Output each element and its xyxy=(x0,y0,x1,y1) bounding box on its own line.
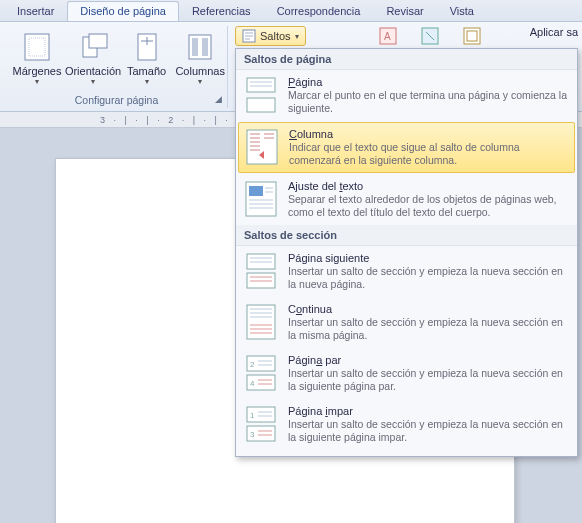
orientacion-label: Orientación xyxy=(65,65,121,77)
page-color-icon[interactable] xyxy=(420,26,440,46)
item-desc: Separar el texto alrededor de los objeto… xyxy=(288,193,569,219)
menu-item-continua[interactable]: Continua Insertar un salto de sección y … xyxy=(236,297,577,348)
page-borders-icon[interactable] xyxy=(462,26,482,46)
dialog-launcher-icon[interactable]: ◢ xyxy=(215,94,225,104)
tab-correspondencia[interactable]: Correspondencia xyxy=(264,1,374,21)
svg-text:4: 4 xyxy=(250,379,255,388)
size-icon xyxy=(131,31,163,63)
text-wrap-icon xyxy=(244,180,278,218)
chevron-down-icon: ▾ xyxy=(295,32,299,41)
margenes-label: Márgenes xyxy=(13,65,62,77)
odd-page-section-icon: 13 xyxy=(244,405,278,443)
item-title: Continua xyxy=(288,303,569,315)
item-desc: Insertar un salto de sección y empieza l… xyxy=(288,418,569,444)
svg-rect-16 xyxy=(247,130,277,164)
svg-text:2: 2 xyxy=(250,360,255,369)
continuous-section-icon xyxy=(244,303,278,341)
svg-rect-18 xyxy=(249,186,263,196)
menu-item-pagina-impar[interactable]: 13 Página impar Insertar un salto de sec… xyxy=(236,399,577,450)
columnas-button[interactable]: Columnas ▾ xyxy=(173,26,227,89)
item-title: Página impar xyxy=(288,405,569,417)
tab-vista[interactable]: Vista xyxy=(437,1,487,21)
page-break-icon xyxy=(244,76,278,114)
item-desc: Indicar que el texto que sigue al salto … xyxy=(289,141,568,167)
tamano-label: Tamaño xyxy=(127,65,166,77)
ribbon-tabs: Insertar Diseño de página Referencias Co… xyxy=(0,0,582,22)
svg-text:3: 3 xyxy=(250,430,255,439)
menu-item-ajuste-texto[interactable]: Ajuste del texto Separar el texto alrede… xyxy=(236,174,577,225)
svg-rect-21 xyxy=(247,305,275,339)
svg-rect-12 xyxy=(464,28,480,44)
dropdown-header-pagina: Saltos de página xyxy=(236,49,577,70)
item-desc: Insertar un salto de sección y empieza l… xyxy=(288,265,569,291)
item-title: Página siguiente xyxy=(288,252,569,264)
menu-item-pagina-siguiente[interactable]: Página siguiente Insertar un salto de se… xyxy=(236,246,577,297)
tab-insertar[interactable]: Insertar xyxy=(4,1,67,21)
svg-text:A: A xyxy=(384,31,391,42)
menu-item-pagina-par[interactable]: 24 Página par Insertar un salto de secci… xyxy=(236,348,577,399)
margins-icon xyxy=(21,31,53,63)
item-desc: Marcar el punto en el que termina una pá… xyxy=(288,89,569,115)
svg-rect-7 xyxy=(202,38,208,56)
ribbon-extra-icons: A xyxy=(378,26,482,46)
saltos-button[interactable]: Saltos ▾ xyxy=(235,26,306,46)
columns-icon xyxy=(184,31,216,63)
svg-text:1: 1 xyxy=(250,411,255,420)
margenes-button[interactable]: Márgenes ▾ xyxy=(10,26,64,89)
item-title: Columna xyxy=(289,128,568,140)
chevron-down-icon: ▾ xyxy=(145,77,149,86)
menu-item-columna[interactable]: Columna Indicar que el texto que sigue a… xyxy=(238,122,575,173)
next-page-section-icon xyxy=(244,252,278,290)
orientation-icon xyxy=(77,31,109,63)
item-title: Ajuste del texto xyxy=(288,180,569,192)
chevron-down-icon: ▾ xyxy=(91,77,95,86)
group-label: Configurar página xyxy=(6,94,227,106)
chevron-down-icon: ▾ xyxy=(35,77,39,86)
item-desc: Insertar un salto de sección y empieza l… xyxy=(288,367,569,393)
item-title: Página par xyxy=(288,354,569,366)
group-configurar-pagina: Márgenes ▾ Orientación ▾ Tamaño ▾ xyxy=(6,26,228,108)
watermark-icon[interactable]: A xyxy=(378,26,398,46)
tab-revisar[interactable]: Revisar xyxy=(373,1,436,21)
svg-rect-3 xyxy=(89,34,107,48)
orientacion-button[interactable]: Orientación ▾ xyxy=(66,26,120,89)
svg-rect-14 xyxy=(247,78,275,92)
item-title: Página xyxy=(288,76,569,88)
tab-diseno-pagina[interactable]: Diseño de página xyxy=(67,1,179,21)
columnas-label: Columnas xyxy=(175,65,225,77)
svg-rect-6 xyxy=(192,38,198,56)
svg-rect-15 xyxy=(247,98,275,112)
dropdown-header-seccion: Saltos de sección xyxy=(236,225,577,246)
breaks-icon xyxy=(242,29,256,43)
menu-item-pagina[interactable]: Página Marcar el punto en el que termina… xyxy=(236,70,577,121)
saltos-label: Saltos xyxy=(260,30,291,42)
column-break-icon xyxy=(245,128,279,166)
saltos-dropdown: Saltos de página Página Marcar el punto … xyxy=(235,48,578,457)
chevron-down-icon: ▾ xyxy=(198,77,202,86)
aplicar-label: Aplicar sa xyxy=(530,26,578,38)
tab-referencias[interactable]: Referencias xyxy=(179,1,264,21)
tamano-button[interactable]: Tamaño ▾ xyxy=(122,26,171,89)
even-page-section-icon: 24 xyxy=(244,354,278,392)
item-desc: Insertar un salto de sección y empieza l… xyxy=(288,316,569,342)
